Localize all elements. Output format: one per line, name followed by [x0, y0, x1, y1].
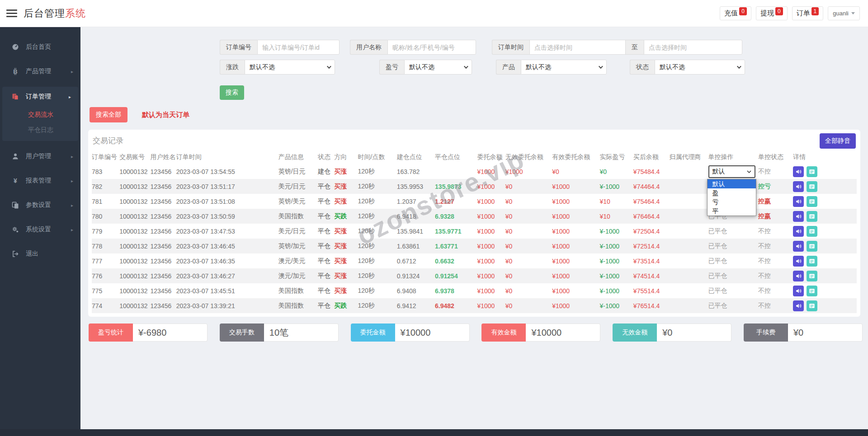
- filter-select-updown[interactable]: 默认不选: [245, 60, 335, 75]
- chevron-right-icon: ▸: [71, 69, 73, 74]
- detail-button[interactable]: [807, 300, 817, 311]
- cell-ctrl: 不控: [758, 268, 793, 283]
- header-stat-order[interactable]: 订单1: [792, 6, 824, 20]
- sound-button[interactable]: [793, 256, 804, 267]
- single-control-select[interactable]: 默认: [708, 165, 755, 178]
- cell-dir: 买涨: [334, 224, 358, 239]
- cell-time: 2023-03-07 13:50:59: [176, 209, 278, 224]
- sidebar-item-user[interactable]: 用户管理 ▸: [0, 146, 80, 166]
- header-stat-withdraw[interactable]: 提现0: [756, 6, 788, 20]
- summary-label: 盈亏统计: [89, 323, 133, 342]
- filter-select-status[interactable]: 默认不选: [655, 60, 745, 75]
- sound-button[interactable]: [793, 286, 804, 296]
- user-name-input[interactable]: [387, 40, 476, 55]
- header-stat-badge: 1: [811, 7, 819, 15]
- select-option[interactable]: 平: [708, 206, 756, 216]
- filter-group-pnl: 盈亏默认不选: [379, 60, 472, 75]
- order-no-input[interactable]: [257, 40, 340, 55]
- detail-list-icon: [809, 258, 815, 264]
- sidebar-subitem-close-log[interactable]: 平仓日志: [2, 122, 78, 137]
- filter-select-product[interactable]: 默认不选: [521, 60, 607, 75]
- cell-valid: ¥0: [552, 164, 599, 179]
- table-header-row: 订单编号交易账号用户姓名订单时间产品信息状态方向时间/点数建仓点位平仓点位委托余…: [92, 150, 857, 164]
- sound-button[interactable]: [793, 166, 804, 177]
- sound-button[interactable]: [793, 196, 804, 207]
- cell-agent: [669, 224, 708, 239]
- cell-account: 10000132: [119, 239, 150, 253]
- header-stat-label: 订单: [797, 9, 810, 18]
- cell-id: 783: [92, 164, 119, 179]
- order-time-from-input[interactable]: [529, 40, 626, 55]
- sidebar-item-order[interactable]: 订单管理 ▸: [2, 87, 78, 107]
- sidebar-item-report[interactable]: ¥ 报表管理 ▸: [0, 171, 80, 191]
- cell-agent: [669, 253, 708, 268]
- cell-close: [435, 164, 477, 179]
- sidebar-subitem-trade-flow[interactable]: 交易流水: [2, 107, 78, 122]
- cell-entrust: ¥1000: [477, 268, 505, 283]
- sidebar-item-system[interactable]: 系统设置 ▸: [0, 220, 80, 239]
- detail-button[interactable]: [807, 286, 817, 296]
- detail-button[interactable]: [807, 196, 817, 207]
- sound-button[interactable]: [793, 226, 804, 237]
- detail-button[interactable]: [807, 226, 817, 237]
- sound-button[interactable]: [793, 181, 804, 192]
- col-header-time: 订单时间: [176, 150, 278, 164]
- table-row: 779100001321234562023-03-07 13:47:53美元/日…: [92, 224, 857, 239]
- select-dropdown: 默认盈亏平: [707, 179, 756, 216]
- cell-entrust: ¥1000: [477, 179, 505, 194]
- user-menu[interactable]: guanli: [828, 6, 860, 20]
- detail-button[interactable]: [807, 256, 817, 267]
- cell-detail: [793, 179, 857, 194]
- summary-label: 委托金额: [351, 323, 395, 342]
- header-stat-recharge[interactable]: 充值0: [720, 6, 751, 20]
- search-all-button[interactable]: 搜索全部: [90, 107, 127, 122]
- cell-op: 已平仓: [708, 224, 758, 239]
- filter-group-order-time: 订单时间 至: [492, 40, 742, 55]
- detail-button[interactable]: [807, 211, 817, 222]
- summary-value: ¥-6980: [133, 323, 208, 342]
- detail-button[interactable]: [807, 271, 817, 281]
- sound-button[interactable]: [793, 300, 804, 311]
- select-option[interactable]: 亏: [708, 197, 756, 206]
- sidebar-item-params[interactable]: 参数设置 ▸: [0, 195, 80, 215]
- sound-button[interactable]: [793, 271, 804, 281]
- table-row: 775100001321234562023-03-07 13:45:51美国指数…: [92, 283, 857, 298]
- op-status-text: 已平仓: [708, 257, 727, 264]
- cell-time: 2023-03-07 13:45:51: [176, 283, 278, 298]
- select-option[interactable]: 盈: [708, 188, 756, 197]
- speaker-icon: [795, 303, 802, 309]
- cell-product: 澳元/加元: [278, 268, 318, 283]
- speaker-icon: [795, 228, 802, 234]
- sidebar-item-product[interactable]: B 产品管理 ▸: [0, 61, 80, 81]
- chevron-down-icon: [737, 64, 741, 69]
- cell-invalid: ¥0: [505, 194, 552, 209]
- col-header-status: 状态: [318, 150, 334, 164]
- cell-pnl: ¥-1000: [600, 179, 633, 194]
- filter-select-pnl[interactable]: 默认不选: [404, 60, 472, 75]
- order-time-to-input[interactable]: [644, 40, 742, 55]
- cell-open: 1.2037: [397, 194, 435, 209]
- cell-name: 123456: [151, 268, 176, 283]
- sound-button[interactable]: [793, 241, 804, 252]
- search-button[interactable]: 搜索: [220, 85, 244, 100]
- chevron-down-icon: [747, 170, 751, 173]
- cell-valid: ¥1000: [552, 253, 599, 268]
- chevron-right-icon: ▸: [69, 94, 71, 99]
- sound-button[interactable]: [793, 211, 804, 222]
- sidebar-item-logout[interactable]: 退出: [0, 244, 80, 264]
- detail-button[interactable]: [807, 181, 817, 192]
- detail-button[interactable]: [807, 166, 817, 177]
- select-option[interactable]: 默认: [708, 179, 756, 188]
- mute-all-button[interactable]: 全部静音: [820, 133, 856, 149]
- cell-op: 默认默认盈亏平: [708, 164, 758, 179]
- col-header-valid: 有效委托余额: [552, 150, 599, 164]
- hamburger-menu-icon[interactable]: [6, 8, 17, 19]
- cell-pnl: ¥10: [600, 194, 633, 209]
- chevron-down-icon: [464, 64, 468, 69]
- cell-status: 平仓: [318, 239, 334, 253]
- cell-valid: ¥1000: [552, 239, 599, 253]
- cell-op: 已平仓: [708, 298, 758, 313]
- sidebar-item-home[interactable]: 后台首页: [0, 37, 80, 57]
- cell-dir: 买跌: [334, 298, 358, 313]
- detail-button[interactable]: [807, 241, 817, 252]
